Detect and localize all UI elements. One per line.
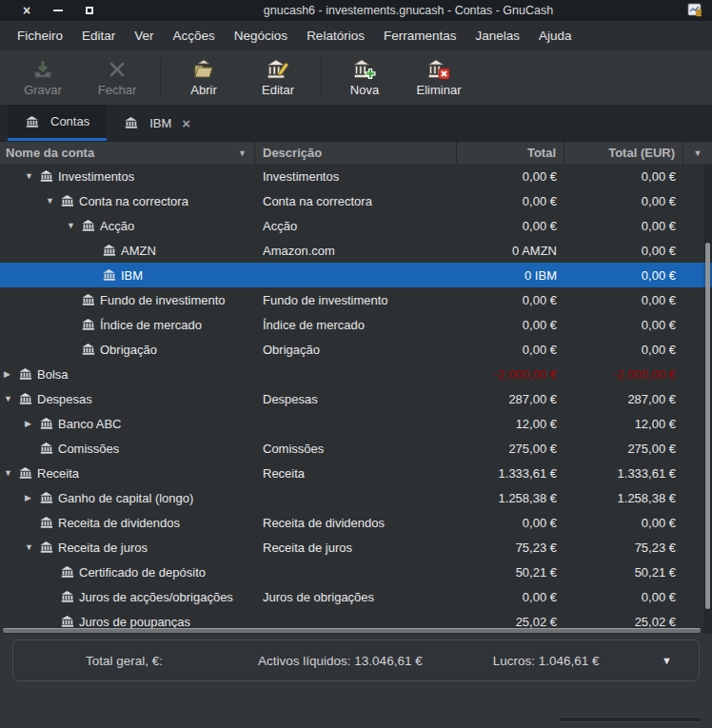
total-cell: -2.000,00 €	[457, 362, 564, 386]
account-name-cell: ▶ Ganho de capital (longo)	[0, 485, 255, 510]
table-row[interactable]: ▶ Ganho de capital (longo)1.258,38 €1.25…	[0, 485, 712, 510]
edit-account-button[interactable]: Editar	[241, 53, 315, 103]
tab-contas[interactable]: Contas	[8, 105, 107, 141]
new-account-icon	[353, 58, 376, 81]
column-header-total-eur[interactable]: Total (EUR)	[564, 142, 683, 164]
toolbar: Gravar Fechar Abrir	[0, 49, 712, 105]
tab-close-icon[interactable]: ×	[182, 116, 190, 130]
horizontal-scrollbar-thumb[interactable]	[3, 628, 701, 633]
description-cell	[255, 485, 457, 510]
profits-value: Lucros: 1.046,61 €	[493, 654, 600, 668]
table-row[interactable]: Fundo de investimentoFundo de investimen…	[0, 287, 712, 312]
account-name-cell: ▼ Receita de juros	[0, 535, 255, 560]
total-cell: 0 IBM	[457, 263, 564, 287]
tree-expander-icon[interactable]: ▶	[25, 493, 39, 502]
table-row[interactable]: IBM0 IBM0,00 €	[0, 263, 712, 287]
account-name-cell: ▼ Despesas	[0, 386, 255, 411]
description-cell	[255, 411, 457, 436]
total-cell: 287,00 €	[457, 386, 564, 411]
description-cell: Investimentos	[255, 164, 457, 188]
table-row[interactable]: ▼ Conta na correctoraConta na correctora…	[0, 188, 712, 213]
table-row[interactable]: ▼ ReceitaReceita1.333,61 €1.333,61 €	[0, 461, 712, 485]
save-button[interactable]: Gravar	[6, 53, 80, 103]
account-name: Ganho de capital (longo)	[58, 491, 193, 505]
tree-expander-icon[interactable]: ▶	[4, 369, 18, 379]
table-row[interactable]: ▼ Receita de jurosReceita de juros75,23 …	[0, 535, 712, 560]
total-eur-cell: 0,00 €	[564, 312, 683, 337]
window-close-icon[interactable]: ×	[23, 4, 30, 17]
menubar-item[interactable]: Editar	[72, 21, 125, 49]
account-name: IBM	[121, 268, 143, 283]
bank-account-icon	[39, 169, 53, 183]
description-cell: Índice de mercado	[255, 312, 457, 337]
menubar-item[interactable]: Ferramentas	[374, 21, 466, 49]
menubar-item[interactable]: Janelas	[465, 21, 529, 49]
tab-contas-label: Contas	[50, 114, 89, 128]
tree-expander-icon[interactable]: ▶	[25, 419, 39, 428]
column-header-total[interactable]: Total	[457, 142, 564, 164]
menubar-item[interactable]: Negócios	[225, 21, 297, 49]
menubar-item[interactable]: Ver	[125, 21, 163, 49]
tree-expander-icon[interactable]: ▼	[25, 171, 39, 181]
total-cell: 275,00 €	[457, 436, 564, 461]
column-menu-button[interactable]: ▼	[683, 142, 712, 164]
menubar-item[interactable]: Ajuda	[529, 21, 582, 49]
description-cell: Receita de dividendos	[255, 510, 457, 535]
table-row[interactable]: Índice de mercadoÍndice de mercado0,00 €…	[0, 312, 712, 337]
account-name: Receita	[37, 466, 79, 481]
bank-account-icon	[39, 442, 53, 455]
description-cell	[255, 362, 457, 386]
bank-account-icon	[81, 293, 95, 306]
total-cell: 0,00 €	[457, 312, 564, 337]
tree-expander-icon[interactable]: ▼	[25, 542, 39, 552]
account-name-cell: ▶ Bolsa	[0, 362, 255, 386]
table-row[interactable]: ComissõesComissões275,00 €275,00 €	[0, 436, 712, 461]
account-name: Certificado de depósito	[79, 565, 206, 580]
tree-expander-icon[interactable]: ▼	[4, 394, 18, 403]
open-account-button[interactable]: Abrir	[167, 53, 241, 103]
summary-dropdown-icon[interactable]: ▼	[662, 655, 672, 666]
table-row[interactable]: Juros de acções/obrigaçõesJuros de obrig…	[0, 584, 712, 609]
menubar-item[interactable]: Acções	[164, 21, 225, 49]
new-account-button[interactable]: Nova	[327, 53, 402, 103]
total-eur-cell: 0,00 €	[564, 188, 683, 213]
total-cell: 0,00 €	[457, 213, 564, 238]
menubar-item[interactable]: Relatórios	[297, 21, 374, 49]
gnucash-app-icon	[683, 3, 712, 18]
table-row[interactable]: ▼ AcçãoAcção0,00 €0,00 €	[0, 213, 712, 238]
resize-grip[interactable]	[558, 717, 702, 722]
table-row[interactable]: ObrigaçãoObrigação0,00 €0,00 €	[0, 337, 712, 362]
table-row[interactable]: Certificado de depósito50,21 €50,21 €	[0, 560, 712, 584]
table-row[interactable]: AMZNAmazon.com0 AMZN0,00 €	[0, 238, 712, 263]
tree-expander-icon[interactable]: ▼	[67, 221, 81, 230]
window-maximize-icon[interactable]	[86, 7, 93, 14]
column-header-description[interactable]: Descrição	[255, 142, 457, 164]
vertical-scrollbar-thumb[interactable]	[705, 243, 710, 609]
window-minimize-icon[interactable]	[53, 10, 63, 11]
table-row[interactable]: ▼ DespesasDespesas287,00 €287,00 €	[0, 386, 712, 411]
table-row[interactable]: ▶ Banco ABC12,00 €12,00 €	[0, 411, 712, 436]
total-eur-cell: 12,00 €	[564, 411, 683, 436]
delete-account-button[interactable]: Eliminar	[402, 53, 476, 103]
account-name-cell: Fundo de investimento	[0, 287, 255, 312]
account-name-cell: ▼ Investimentos	[0, 164, 255, 188]
tree-expander-icon[interactable]: ▼	[4, 468, 18, 478]
titlebar: × gnucash6 - investements.gnucash - Cont…	[0, 0, 712, 21]
description-cell: Acção	[255, 213, 457, 238]
total-eur-cell: 0,00 €	[564, 510, 683, 535]
delete-account-button-label: Eliminar	[417, 83, 462, 97]
tab-ibm[interactable]: IBM ×	[107, 105, 208, 141]
close-page-button[interactable]: Fechar	[80, 53, 154, 103]
tree-expander-icon[interactable]: ▼	[46, 196, 60, 206]
menubar-item[interactable]: Ficheiro	[8, 21, 72, 49]
table-row[interactable]: ▼ InvestimentosInvestimentos0,00 €0,00 €	[0, 164, 712, 188]
account-name-cell: Receita de dividendos	[0, 510, 255, 535]
account-name: Despesas	[37, 392, 92, 406]
bank-account-icon	[39, 516, 53, 529]
bank-account-icon	[60, 565, 74, 579]
close-page-button-label: Fechar	[98, 83, 136, 97]
table-row[interactable]: ▶ Bolsa-2.000,00 €-2.000,00 €	[0, 362, 712, 386]
statusbar-area: Total geral, €: Activos líquidos: 13.046…	[0, 634, 712, 728]
table-row[interactable]: Receita de dividendosReceita de dividend…	[0, 510, 712, 535]
column-header-account-name[interactable]: Nome da conta ▼	[0, 142, 255, 164]
